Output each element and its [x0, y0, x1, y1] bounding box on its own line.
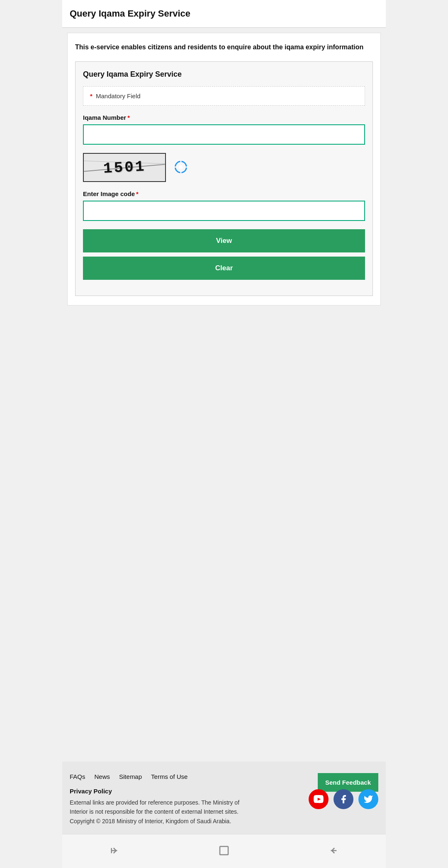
spacer	[62, 310, 386, 761]
bottom-nav-bar	[62, 834, 386, 868]
iqama-input[interactable]	[83, 124, 365, 145]
page-header: Query Iqama Expiry Service	[62, 0, 386, 28]
footer-terms-link[interactable]: Terms of Use	[151, 773, 187, 780]
twitter-icon[interactable]	[358, 789, 378, 809]
footer: FAQs News Sitemap Terms of Use Privacy P…	[62, 761, 386, 834]
svg-rect-3	[220, 846, 228, 855]
svg-point-0	[179, 165, 183, 169]
iqama-label: Iqama Number*	[83, 114, 365, 121]
square-icon	[218, 844, 230, 857]
social-icons-row	[309, 789, 378, 809]
asterisk-icon: *	[90, 92, 93, 99]
form-card-title: Query Iqama Expiry Service	[83, 70, 365, 79]
captcha-text: 1501	[103, 158, 146, 177]
captcha-image: 1501	[83, 153, 166, 182]
iqama-required-star: *	[127, 114, 130, 121]
image-code-input[interactable]	[83, 201, 365, 221]
view-button[interactable]: View	[83, 229, 365, 252]
youtube-icon[interactable]	[309, 789, 329, 809]
footer-faqs-link[interactable]: FAQs	[70, 773, 85, 780]
forward-icon	[110, 844, 122, 857]
image-code-label: Enter Image code*	[83, 190, 365, 197]
footer-news-link[interactable]: News	[95, 773, 110, 780]
form-card: Query Iqama Expiry Service * Mandatory F…	[75, 61, 373, 296]
refresh-icon	[173, 160, 188, 175]
service-description: This e-service enables citizens and resi…	[75, 42, 373, 52]
main-content: This e-service enables citizens and resi…	[67, 33, 381, 305]
footer-privacy-text: External links are provided for referenc…	[70, 798, 244, 826]
back-nav-button[interactable]	[322, 841, 341, 861]
mandatory-label: Mandatory Field	[96, 92, 141, 99]
back-icon	[326, 844, 338, 857]
refresh-captcha-button[interactable]	[172, 158, 190, 177]
captcha-row: 1501	[83, 153, 365, 182]
forward-nav-button[interactable]	[107, 841, 126, 861]
square-nav-button[interactable]	[214, 841, 234, 861]
footer-sitemap-link[interactable]: Sitemap	[119, 773, 142, 780]
facebook-icon[interactable]	[334, 789, 353, 809]
mandatory-notice: * Mandatory Field	[83, 86, 365, 106]
page-title: Query Iqama Expiry Service	[70, 8, 378, 19]
clear-button[interactable]: Clear	[83, 257, 365, 280]
image-code-required-star: *	[136, 190, 139, 197]
